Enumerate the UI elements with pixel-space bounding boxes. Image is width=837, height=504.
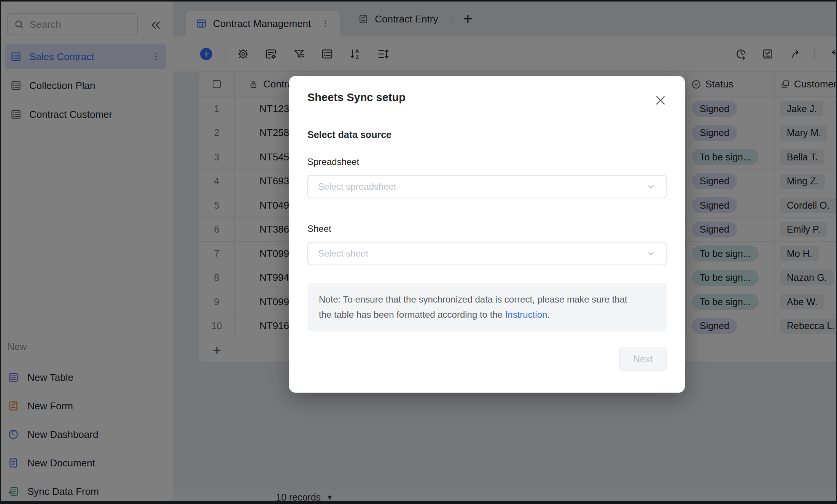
instruction-link[interactable]: Instruction bbox=[505, 309, 547, 320]
spreadsheet-select-placeholder: Select spreadsheet bbox=[318, 181, 396, 192]
close-icon[interactable] bbox=[654, 94, 667, 107]
modal-title: Sheets Sync setup bbox=[307, 91, 406, 104]
chevron-down-icon bbox=[646, 249, 656, 258]
note-text-line1: Note: To ensure that the synchronized da… bbox=[319, 294, 627, 304]
select-data-source-heading: Select data source bbox=[307, 129, 391, 140]
screen: Search Sales Contract Collection Plan Co… bbox=[0, 0, 837, 504]
sheet-select-placeholder: Select sheet bbox=[318, 248, 368, 259]
next-button[interactable]: Next bbox=[619, 347, 667, 371]
spreadsheet-label: Spreadsheet bbox=[307, 157, 359, 167]
chevron-down-icon bbox=[646, 182, 656, 192]
note-box: Note: To ensure that the synchronized da… bbox=[307, 283, 667, 331]
sheet-label: Sheet bbox=[307, 223, 331, 234]
note-suffix: . bbox=[547, 309, 550, 320]
sheet-select[interactable]: Select sheet bbox=[307, 242, 667, 265]
spreadsheet-select[interactable]: Select spreadsheet bbox=[307, 175, 667, 198]
note-text-line2: the table has been formatted according t… bbox=[319, 309, 505, 320]
app-window: Search Sales Contract Collection Plan Co… bbox=[1, 2, 836, 501]
sheets-sync-setup-modal: Sheets Sync setup Select data source Spr… bbox=[289, 76, 685, 393]
